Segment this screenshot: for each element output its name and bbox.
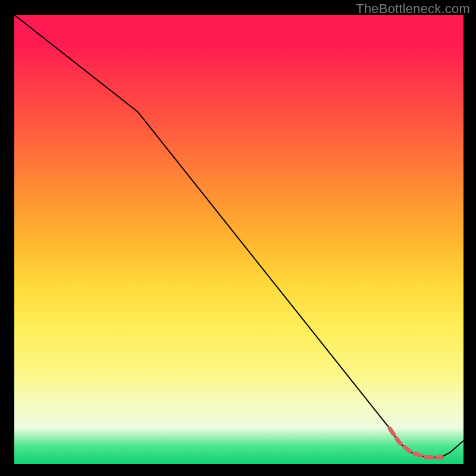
marker-end-marker	[439, 455, 443, 460]
watermark-text: TheBottleneck.com	[356, 1, 470, 17]
series-bottleneck-curve	[14, 15, 464, 458]
chart-frame: TheBottleneck.com	[0, 0, 476, 476]
series-optimal-segment	[390, 428, 441, 457]
chart-overlay	[14, 15, 464, 464]
